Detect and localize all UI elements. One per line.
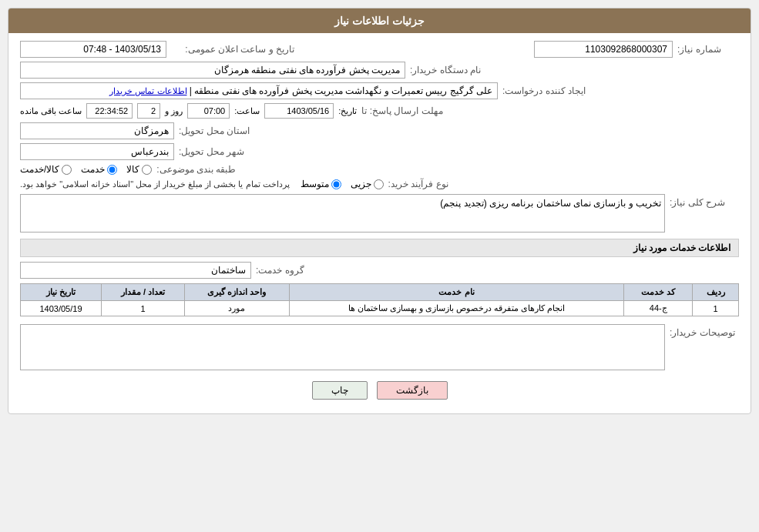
gohe-khedmat-label: گروه خدمت:	[256, 265, 317, 276]
mohlat-roz-label: روز و	[165, 106, 183, 116]
tarikh-elan-label: تاریخ و ساعت اعلان عمومی:	[171, 44, 294, 55]
radio-kala-khedmat[interactable]: کالا/خدمت	[20, 164, 72, 175]
mohlat-roz-value: 2	[137, 103, 160, 119]
nam-dastgah-value: مدیریت پخش فرآورده های نفتی منطقه هرمزگا…	[20, 62, 405, 79]
services-table: ردیف کد خدمت نام خدمت واحد اندازه گیری ت…	[20, 283, 739, 316]
radio-khedmat[interactable]: خدمت	[81, 164, 117, 175]
gohe-khedmat-value: ساختمان	[20, 262, 251, 279]
ostan-value: هرمزگان	[20, 122, 174, 139]
ijad-konande-value: علی گرگیج رییس تعمیرات و نگهداشت مدیریت …	[20, 82, 498, 99]
ijad-konande-label: ایجاد کننده درخواست:	[502, 85, 603, 96]
tousehat-label: توصیحات خریدار:	[670, 324, 739, 338]
back-button[interactable]: بازگشت	[377, 381, 448, 400]
col-vahed: واحد اندازه گیری	[185, 284, 290, 301]
table-row: 1ج-44انجام کارهای متفرقه درخصوص بازسازی …	[21, 301, 739, 316]
col-kod: کد خدمت	[624, 284, 693, 301]
contact-info-link[interactable]: اطلاعات تماس خریدار	[109, 86, 186, 96]
mohlat-date-value: 1403/05/16	[264, 103, 334, 119]
shomare-niaz-value: 1103092868000307	[534, 41, 673, 58]
shahr-value: بندرعباس	[20, 143, 174, 160]
print-button[interactable]: چاپ	[312, 381, 368, 400]
nam-dastgah-label: نام دستگاه خریدار:	[410, 65, 495, 75]
sharh-kolli-label: شرح کلی نیاز:	[670, 194, 739, 208]
tabaqe-radio-group: کالا خدمت کالا/خدمت	[20, 164, 152, 175]
noe-farayand-radio-group: جزیی متوسط	[301, 179, 384, 189]
radio-kala[interactable]: کالا	[126, 164, 152, 175]
noe-farayand-note: پرداخت تمام یا بخشی از مبلغ خریدار از مح…	[20, 179, 290, 189]
mohlat-baghi-label: ساعت باقی مانده	[20, 106, 82, 116]
shomare-niaz-label: شماره نیاز:	[677, 44, 739, 55]
ostan-label: استان محل تحویل:	[179, 125, 264, 136]
radio-jozii[interactable]: جزیی	[351, 179, 384, 189]
mohlat-saat-value: 07:00	[187, 103, 230, 119]
tabaqe-label: طبقه بندی موضوعی:	[156, 164, 249, 175]
mohlat-saat-label: ساعت:	[234, 106, 260, 116]
col-tedad: تعداد / مقدار	[102, 284, 185, 301]
mohlat-tarikh-label: تاریخ:	[338, 106, 357, 116]
button-group: بازگشت چاپ	[20, 381, 739, 400]
tousehat-textarea[interactable]	[20, 324, 665, 370]
shahr-label: شهر محل تحویل:	[179, 146, 264, 157]
col-radif: ردیف	[693, 284, 739, 301]
page-header: جزئیات اطلاعات نیاز	[8, 8, 751, 33]
col-tarikh: تاریخ نیاز	[21, 284, 102, 301]
noe-farayand-label: نوع فرآیند خرید:	[388, 179, 481, 189]
section2-title: اطلاعات خدمات مورد نیاز	[20, 239, 739, 257]
col-nam: نام خدمت	[289, 284, 624, 301]
radio-motevaset[interactable]: متوسط	[301, 179, 341, 189]
tarikh-elan-value: 1403/05/13 - 07:48	[20, 41, 166, 58]
sharh-kolli-textarea[interactable]: تخریب و بازسازی نمای ساختمان برنامه ریزی…	[20, 194, 665, 233]
page-title: جزئیات اطلاعات نیاز	[334, 15, 425, 27]
mohlat-baghi-value: 22:34:52	[86, 103, 133, 119]
mohlat-arsal-label: مهلت ارسال پاسخ: تا	[361, 105, 462, 116]
